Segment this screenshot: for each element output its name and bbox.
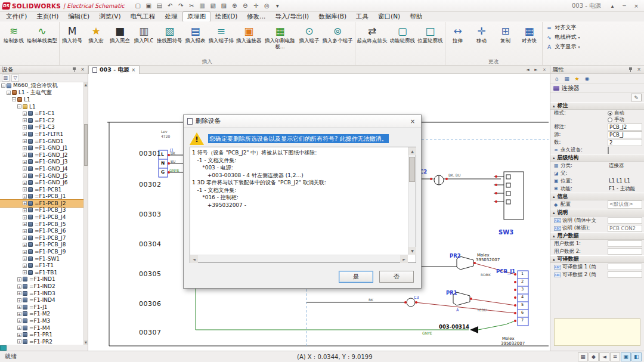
dropdown-icon[interactable]: ▾ (273, 1, 283, 11)
ribbon-button[interactable]: ⇄ 起点终点箭头 (356, 22, 389, 44)
tree-item[interactable]: + =F1-GND1 (0, 138, 83, 145)
scroll-down-icon[interactable]: ▼ (84, 340, 88, 345)
tree-expand-toggle[interactable]: + (17, 277, 21, 281)
tree-expand-toggle[interactable]: + (23, 243, 27, 247)
tree-scrollbar[interactable]: ▲ ▼ (83, 82, 88, 345)
scroll-left-icon[interactable]: ◄ (190, 255, 198, 263)
dialog-close-icon[interactable]: × (408, 117, 417, 126)
tree-expand-toggle[interactable]: + (23, 229, 27, 233)
property-value[interactable]: 连接器 (608, 162, 642, 169)
permanent-checkbox[interactable] (608, 147, 609, 154)
tree-expand-toggle[interactable]: + (17, 291, 21, 295)
ribbon-button[interactable]: ⊙ 插入端子 (298, 22, 321, 44)
tree-filter-icon[interactable]: ▽ (11, 75, 19, 82)
undo-icon[interactable]: ↶ (165, 1, 175, 11)
tree-item[interactable]: + =F1-GND_J5 (0, 172, 83, 180)
tree-expand-toggle[interactable]: + (23, 194, 27, 199)
tree-expand-toggle[interactable]: + (17, 333, 21, 337)
home-icon[interactable]: ⌂ (552, 75, 561, 82)
snap-icon[interactable]: ◆ (589, 352, 599, 361)
section-translatable-header[interactable]: ▴ 可译数据 (550, 255, 644, 263)
mode-auto-option[interactable]: 自动 (608, 110, 642, 116)
property-value[interactable]: PCB_J (608, 131, 642, 138)
tree-expand-toggle[interactable]: + (23, 174, 27, 178)
tree-expand-toggle[interactable]: + (23, 132, 27, 136)
tree-item[interactable]: + =F1-C3 (0, 124, 83, 131)
minimize-icon[interactable]: ─ (619, 1, 630, 10)
menu-item[interactable]: 文件(F) (1, 11, 32, 22)
tree-item[interactable]: + =F1-PCB_J1 (0, 193, 83, 200)
tree-expand-toggle[interactable]: + (23, 270, 27, 274)
ribbon-small-button[interactable]: ∿ 电线样式 ▾ (544, 33, 582, 41)
tree-expand-toggle[interactable]: + (23, 256, 27, 261)
radio-icon[interactable] (608, 111, 612, 116)
ribbon-button[interactable]: ▤ 插入报表 (184, 22, 208, 44)
paste-icon[interactable]: ▧ (208, 1, 218, 11)
tree-expand-toggle[interactable]: + (23, 139, 27, 143)
tree-item[interactable]: + =F1-IND4 (0, 296, 83, 304)
tree-expand-toggle[interactable]: + (23, 187, 27, 191)
property-value[interactable] (608, 240, 642, 247)
tree-item[interactable]: + =F1-PCB_J3 (0, 207, 83, 214)
new-window-icon[interactable]: ▢ (133, 1, 143, 11)
tree-item[interactable]: − L1 (0, 103, 83, 110)
tree-item[interactable]: + =F1-PR1 (0, 331, 83, 338)
close-sheet-icon[interactable]: × (541, 66, 548, 73)
tree-item[interactable]: + =F1-IND3 (0, 290, 83, 297)
save-icon[interactable]: ▣ (144, 1, 154, 11)
pin-icon[interactable] (628, 67, 633, 73)
ribbon-button[interactable]: ≋ 绘制多线 (2, 22, 26, 44)
zoom-out-icon[interactable]: ⊖ (240, 1, 250, 11)
tree-expand-toggle[interactable]: + (23, 146, 27, 150)
ribbon-button[interactable]: ▦ 插入印刷电路板... (263, 22, 298, 49)
tree-expand-toggle[interactable]: + (23, 250, 27, 254)
ribbon-button[interactable]: ▥ 插入PLC (132, 22, 156, 44)
tree-expand-toggle[interactable]: + (23, 112, 27, 116)
dialog-vertical-scrollbar[interactable]: ▲ ▼ (408, 147, 416, 255)
scroll-up-icon[interactable]: ▲ (84, 82, 88, 87)
tree-item[interactable]: + =F1-PCB_J4 (0, 214, 83, 221)
edit-button[interactable]: ✎ (631, 94, 642, 101)
menu-item[interactable]: 数据库(B) (314, 11, 351, 22)
menu-item[interactable]: 窗口(N) (373, 11, 405, 22)
tree-item[interactable]: + =F1-GND_J4 (0, 165, 83, 172)
dialog-horizontal-scrollbar[interactable]: ◄ ► (190, 255, 408, 262)
close-icon[interactable]: × (79, 66, 86, 73)
tree-expand-toggle[interactable]: + (23, 153, 27, 157)
favorite-star-icon[interactable]: ★ (572, 75, 581, 82)
menu-item[interactable]: 修改... (242, 11, 270, 22)
tab-close-icon[interactable]: × (131, 67, 135, 73)
scroll-up-icon[interactable]: ▲ (408, 147, 416, 155)
tree-view-icon[interactable]: ▥ (2, 75, 10, 82)
tree-item[interactable]: + =F1-J1 (0, 304, 83, 311)
tree-expand-toggle[interactable]: − (1, 83, 5, 88)
tree-item[interactable]: + =F1-PCB_J9 (0, 248, 83, 255)
grid-icon[interactable]: ▦ (578, 352, 588, 361)
menu-item[interactable]: 主页(H) (32, 11, 63, 22)
next-sheet-icon[interactable]: ► (532, 66, 540, 73)
tree-expand-toggle[interactable]: + (23, 181, 27, 185)
copy-icon[interactable]: ▥ (197, 1, 208, 11)
tree-item[interactable]: + =F1-C2 (0, 117, 83, 124)
property-value[interactable] (608, 264, 642, 270)
tree-item[interactable]: + =F1-TB1 (0, 269, 83, 276)
tree-item[interactable]: + =F1-PR2 (0, 338, 83, 345)
close-icon[interactable]: × (636, 66, 642, 73)
tree-expand-toggle[interactable]: + (17, 298, 21, 302)
no-button[interactable]: 否 (379, 271, 414, 283)
tree-item[interactable]: + =F1-M3 (0, 317, 83, 324)
tree-item[interactable]: + =F1-PCB1 (0, 186, 83, 193)
menu-item[interactable]: 编辑(E) (63, 11, 94, 22)
tree-expand-toggle[interactable]: + (23, 166, 27, 171)
ribbon-button[interactable]: ■ 插入黑盒 (108, 22, 132, 44)
cursor-icon[interactable]: ◄ (599, 352, 609, 361)
zoom-in-icon[interactable]: ⊕ (230, 1, 240, 11)
tree-expand-toggle[interactable]: + (23, 236, 27, 240)
property-value[interactable]: F1 - 主功能 (608, 185, 642, 193)
tree-expand-toggle[interactable]: − (17, 104, 21, 109)
window-icon[interactable]: ▣ (621, 352, 631, 361)
scroll-down-icon[interactable]: ▼ (408, 247, 416, 255)
list-icon[interactable]: ≡ (610, 352, 620, 361)
scrollbar-thumb[interactable] (409, 157, 415, 182)
menu-item[interactable]: 浏览(V) (94, 11, 125, 22)
